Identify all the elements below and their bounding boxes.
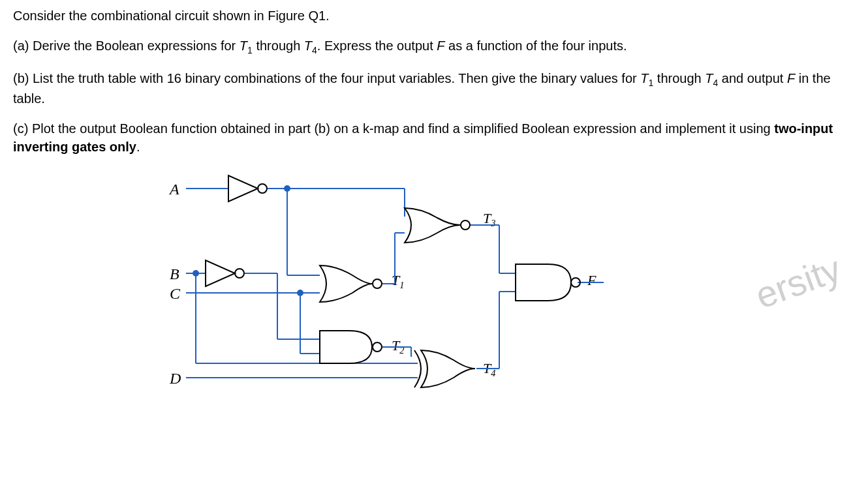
t2-nand-gate xyxy=(320,331,382,363)
svg-point-16 xyxy=(298,290,303,295)
t4-symbol-b: T xyxy=(705,71,713,85)
part-a-text: (a) Derive the Boolean expressions for T… xyxy=(13,37,855,57)
t1-sub: 1 xyxy=(247,45,253,55)
part-c-text: (c) Plot the output Boolean function obt… xyxy=(13,119,855,156)
part-b-mid: through xyxy=(653,71,705,85)
t4-symbol: T xyxy=(304,38,312,53)
part-a-mid: through xyxy=(253,38,304,53)
part-b-prefix: (b) List the truth table with 16 binary … xyxy=(13,71,640,85)
circuit-diagram: A B C D T1 T2 T3 T4 F xyxy=(170,168,659,429)
f-nand-gate xyxy=(516,264,580,301)
part-c-prefix: (c) Plot the output Boolean function obt… xyxy=(13,121,774,136)
intro-text: Consider the combinational circuit shown… xyxy=(13,7,855,25)
circuit-svg xyxy=(170,168,659,429)
svg-point-11 xyxy=(193,271,198,276)
part-a-prefix: (a) Derive the Boolean expressions for xyxy=(13,38,240,53)
f-symbol-a: F xyxy=(437,38,444,53)
part-b-and: and output xyxy=(718,71,787,85)
svg-point-32 xyxy=(373,279,382,288)
inverter-b-gate xyxy=(206,260,244,286)
t1-nor-gate xyxy=(320,265,382,302)
svg-point-33 xyxy=(373,342,382,352)
part-c-end: . xyxy=(136,140,140,154)
f-symbol-b: F xyxy=(787,71,795,85)
part-b-text: (b) List the truth table with 16 binary … xyxy=(13,69,855,108)
part-a-final: as a function of the four inputs. xyxy=(444,38,627,53)
watermark-text: ersity xyxy=(750,247,846,317)
t1-symbol-b: T xyxy=(640,71,648,85)
part-a-end: . Express the output xyxy=(317,38,437,53)
t4-xor-gate xyxy=(414,350,475,387)
inverter-a-gate xyxy=(228,175,267,202)
t3-nor-gate xyxy=(405,208,470,243)
svg-point-5 xyxy=(285,186,290,191)
t1-symbol: T xyxy=(240,38,247,53)
svg-point-34 xyxy=(461,220,470,230)
t4-sub: 4 xyxy=(312,45,317,55)
